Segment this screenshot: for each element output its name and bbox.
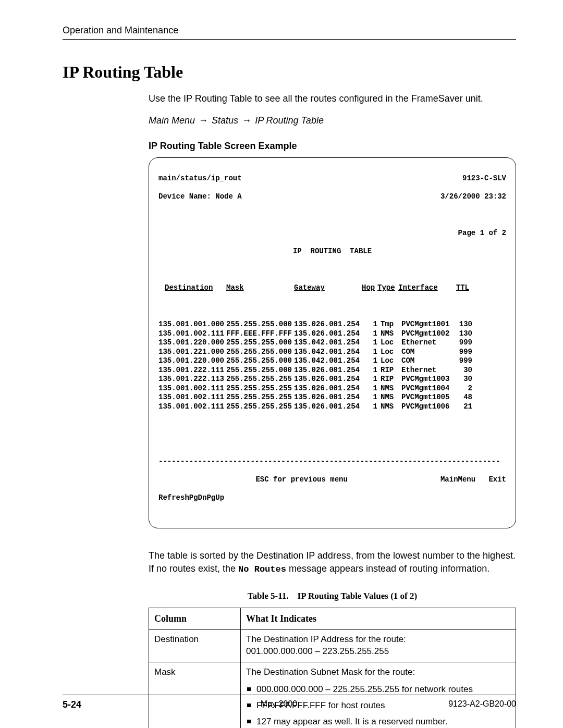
- cell-ttl: 30: [455, 366, 472, 375]
- cell-destination: 135.001.002.111: [158, 393, 226, 402]
- th-column: Column: [149, 608, 241, 629]
- cell-interface: COM: [401, 348, 455, 357]
- cell-ttl: 21: [455, 402, 472, 412]
- footer-date: May 2000: [146, 699, 412, 710]
- cell-ttl: 999: [455, 348, 472, 357]
- table-row: 135.001.001.000255.255.255.000135.026.00…: [158, 320, 506, 329]
- cell-gateway: 135.042.001.254: [294, 356, 362, 366]
- cell-ttl: 2: [455, 384, 472, 393]
- cell-hop: 1: [362, 366, 381, 375]
- cell-interface: PVCMgmt1006: [401, 402, 455, 412]
- cell-hop: 1: [362, 348, 381, 357]
- table-caption: Table 5-11. IP Routing Table Values (1 o…: [149, 590, 516, 602]
- col-hdr-hop: Hop: [362, 283, 377, 293]
- cell-mask: 255.255.255.000: [226, 366, 294, 375]
- terminal-timestamp: 3/26/2000 23:32: [440, 192, 506, 202]
- cell-hop: 1: [362, 329, 381, 339]
- terminal-divider: ----------------------------------------…: [158, 457, 506, 466]
- cell-interface: PVCMgmt1005: [401, 393, 455, 402]
- page-footer: 5-24 May 2000 9123-A2-GB20-00: [63, 695, 516, 710]
- cell-column-name: Destination: [149, 629, 241, 662]
- table-row: 135.001.220.000255.255.255.000135.042.00…: [158, 338, 506, 348]
- breadcrumb-2: Status: [212, 115, 238, 126]
- footer-page-number: 5-24: [63, 699, 146, 710]
- cell-mask: 255.255.255.255: [226, 393, 294, 402]
- cell-gateway: 135.026.001.254: [294, 384, 362, 393]
- col-hdr-ttl: TTL: [451, 283, 469, 293]
- cell-interface: COM: [401, 356, 455, 366]
- list-item: 000.000.000.000 – 225.255.255.255 for ne…: [246, 684, 510, 696]
- cell-description: The Destination IP Address for the route…: [241, 629, 516, 662]
- cell-interface: PVCMgmt1001: [401, 320, 455, 329]
- cell-hop: 1: [362, 338, 381, 348]
- cell-interface: PVCMgmt1004: [401, 384, 455, 393]
- col-hdr-gateway: Gateway: [294, 283, 362, 293]
- cell-gateway: 135.026.001.254: [294, 320, 362, 329]
- cell-type: Loc: [381, 348, 401, 357]
- cell-mask: 255.255.255.255: [226, 402, 294, 412]
- cell-hop: 1: [362, 356, 381, 366]
- cell-destination: 135.001.002.111: [158, 402, 226, 412]
- cell-hop: 1: [362, 393, 381, 402]
- table-row: DestinationThe Destination IP Address fo…: [149, 629, 516, 662]
- col-hdr-mask: Mask: [226, 283, 294, 293]
- cell-mask: 255.255.255.000: [226, 348, 294, 357]
- terminal-path: main/status/ip_rout: [158, 174, 242, 183]
- table-row: 135.001.002.111FFF.EEE.FFF.FFF135.026.00…: [158, 329, 506, 339]
- cell-destination: 135.001.002.111: [158, 329, 226, 339]
- cell-type: NMS: [381, 402, 401, 412]
- cell-hop: 1: [362, 384, 381, 393]
- cell-gateway: 135.026.001.254: [294, 402, 362, 412]
- device-name-label: Device Name:: [158, 192, 211, 201]
- cell-ttl: 130: [455, 320, 472, 329]
- cell-mask: 255.255.255.255: [226, 375, 294, 384]
- cell-type: Tmp: [381, 320, 401, 329]
- cell-mask: 255.255.255.000: [226, 320, 294, 329]
- cell-destination: 135.001.220.000: [158, 356, 226, 366]
- terminal-esc-hint: ESC for previous menu: [255, 475, 347, 485]
- col-hdr-interface: Interface: [398, 283, 451, 293]
- pgdn-action[interactable]: PgDn: [189, 493, 207, 503]
- breadcrumb-3: IP Routing Table: [255, 115, 324, 126]
- cell-ttl: 130: [455, 329, 472, 339]
- cell-destination: 135.001.221.000: [158, 348, 226, 357]
- terminal-model: 9123-C-SLV: [462, 174, 506, 183]
- cell-type: NMS: [381, 384, 401, 393]
- breadcrumb-1: Main Menu: [149, 115, 195, 126]
- list-item: 127 may appear as well. It is a reserved…: [246, 716, 510, 728]
- cell-mask: 255.255.255.000: [226, 356, 294, 366]
- cell-mask: 255.255.255.255: [226, 384, 294, 393]
- footer-docid: 9123-A2-GB20-00: [412, 699, 516, 710]
- cell-type: NMS: [381, 329, 401, 339]
- cell-gateway: 135.026.001.254: [294, 375, 362, 384]
- cell-hop: 1: [362, 320, 381, 329]
- table-row: 135.001.222.113255.255.255.255135.026.00…: [158, 375, 506, 384]
- running-head: Operation and Maintenance: [63, 25, 516, 40]
- cell-type: Loc: [381, 356, 401, 366]
- mainmenu-action[interactable]: MainMenu: [440, 475, 475, 484]
- cell-ttl: 48: [455, 393, 472, 402]
- exit-action[interactable]: Exit: [488, 475, 506, 484]
- breadcrumb: Main Menu → Status → IP Routing Table: [149, 114, 516, 127]
- intro-paragraph: Use the IP Routing Table to see all the …: [149, 92, 516, 105]
- post-paragraph: The table is sorted by the Destination I…: [149, 549, 516, 575]
- table-row: 135.001.002.111255.255.255.255135.026.00…: [158, 384, 506, 393]
- cell-ttl: 30: [455, 375, 472, 384]
- cell-destination: 135.001.001.000: [158, 320, 226, 329]
- pgup-action[interactable]: PgUp: [206, 493, 224, 503]
- post-para-b: message appears instead of routing infor…: [286, 563, 489, 574]
- terminal-header-row: DestinationMaskGatewayHopTypeInterfaceTT…: [158, 283, 506, 293]
- no-routes-code: No Routes: [238, 564, 286, 574]
- refresh-action[interactable]: Refresh: [158, 493, 189, 503]
- table-row: 135.001.220.000255.255.255.000135.042.00…: [158, 356, 506, 366]
- col-hdr-destination: Destination: [158, 283, 226, 293]
- col-hdr-type: Type: [377, 283, 398, 293]
- table-row: 135.001.002.111255.255.255.255135.026.00…: [158, 402, 506, 412]
- cell-hop: 1: [362, 375, 381, 384]
- cell-gateway: 135.026.001.254: [294, 366, 362, 375]
- table-row: 135.001.002.111255.255.255.255135.026.00…: [158, 393, 506, 402]
- cell-interface: PVCMgmt1002: [401, 329, 455, 339]
- terminal-page-indicator: Page 1 of 2: [458, 229, 506, 238]
- cell-type: RIP: [381, 375, 401, 384]
- terminal-screen: main/status/ip_rout9123-C-SLV Device Nam…: [149, 157, 516, 529]
